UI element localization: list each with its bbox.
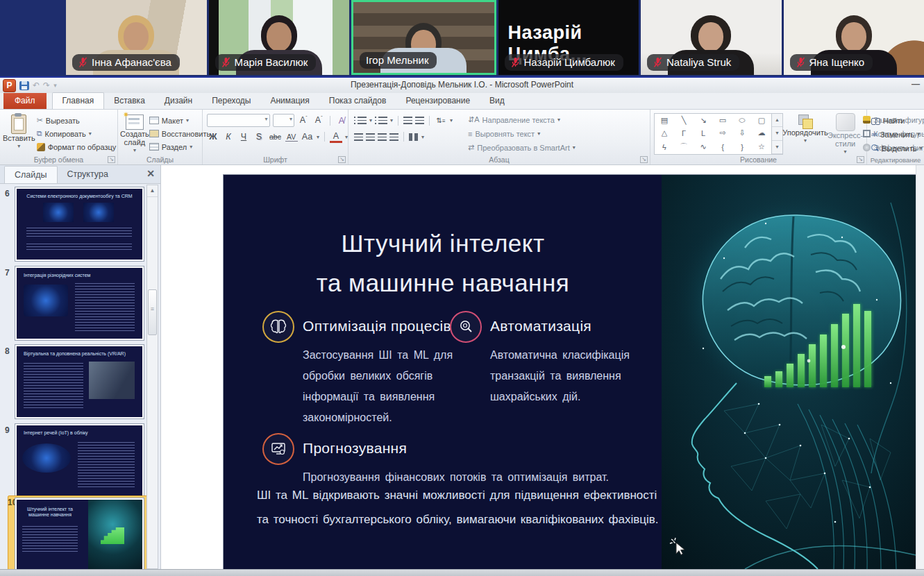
- layout-button[interactable]: Макет▾: [149, 114, 210, 127]
- shape-textbox-icon[interactable]: ▤: [661, 116, 668, 125]
- slide-thumbnail-8[interactable]: 8 Віртуальна та доповнена реальність (VR…: [0, 345, 143, 418]
- editor-scrollbar[interactable]: [916, 165, 924, 569]
- feature-automation[interactable]: Автоматизація Автоматична класифікація т…: [450, 311, 639, 407]
- shape-down-arrow-icon[interactable]: ⇩: [739, 128, 745, 137]
- text-shadow-button[interactable]: S: [253, 132, 265, 142]
- tab-file[interactable]: Файл: [3, 93, 47, 109]
- drawing-dialog-launcher[interactable]: ↘: [857, 156, 864, 163]
- shape-elbow-arrow-icon[interactable]: L: [701, 129, 705, 137]
- minimize-button[interactable]: —: [912, 79, 920, 89]
- convert-to-smartart-button[interactable]: ⇄Преобразовать в SmartArt▾: [468, 141, 576, 154]
- tab-design[interactable]: Дизайн: [155, 93, 202, 109]
- video-tile-yana[interactable]: Яна Іщенко: [784, 0, 924, 75]
- video-tile-maria[interactable]: Марія Василюк: [209, 0, 350, 75]
- scrollbar-thumb[interactable]: [148, 289, 157, 335]
- font-dialog-launcher[interactable]: ↘: [338, 156, 346, 163]
- new-slide-button[interactable]: Создать слайд▾: [120, 112, 149, 155]
- quick-styles-button[interactable]: Экспресс-стили▾: [828, 113, 863, 156]
- align-right-button[interactable]: [378, 133, 387, 141]
- arrange-button[interactable]: Упорядочить▾: [783, 113, 828, 145]
- shapes-scroll-up[interactable]: ▲: [772, 114, 782, 127]
- video-tile-inna[interactable]: Інна Афанас'єва: [66, 0, 207, 75]
- shape-star-icon[interactable]: ☆: [758, 142, 765, 151]
- text-direction-button[interactable]: ⇵AНаправление текста▾: [468, 113, 576, 126]
- shapes-more-button[interactable]: ▼: [772, 141, 782, 154]
- grow-font-button[interactable]: Aˆ: [297, 115, 310, 125]
- tab-slideshow[interactable]: Показ слайдов: [319, 93, 396, 109]
- clipboard-dialog-launcher[interactable]: ↘: [108, 156, 115, 163]
- slide-title[interactable]: Штучний інтелект та машинне навчання: [224, 223, 662, 303]
- shrink-font-button[interactable]: Aˇ: [312, 115, 325, 125]
- bullets-button[interactable]: [358, 117, 367, 124]
- font-color-button[interactable]: А: [330, 131, 342, 143]
- shape-left-brace-icon[interactable]: {: [721, 143, 724, 151]
- underline-button[interactable]: Ч: [237, 132, 250, 142]
- bold-button[interactable]: Ж: [207, 132, 219, 142]
- panel-tabs: Слайды Структура ✕: [0, 165, 160, 184]
- copy-button[interactable]: ⧉Копировать▾: [37, 127, 117, 140]
- shape-rectangle-icon[interactable]: ▭: [719, 116, 726, 125]
- find-button[interactable]: Найти: [871, 114, 924, 127]
- video-tile-nazarii-camera-off[interactable]: Назарій Цимба... Назарій Цимбалюк: [498, 0, 639, 75]
- align-text-button[interactable]: ≡Выровнять текст▾: [468, 127, 576, 140]
- slide-thumbnail-6[interactable]: 6 Системи електронного документообігу та…: [0, 187, 143, 261]
- video-tile-igor-active-speaker[interactable]: Ігор Мельник: [351, 0, 496, 75]
- columns-button[interactable]: [409, 133, 419, 141]
- slide-thumbnail-10-selected[interactable]: 10 Штучний інтелект та машинне навчання: [8, 495, 150, 570]
- slide-thumbnail-7[interactable]: 7 Інтеграція різнорідних систем: [0, 266, 143, 340]
- shape-rounded-rect-icon[interactable]: ▢: [758, 116, 765, 125]
- shapes-gallery-scroll[interactable]: ▲ ▼ ▼: [772, 113, 783, 155]
- cut-button[interactable]: ✂Вырезать: [37, 114, 117, 127]
- character-spacing-button[interactable]: AV: [285, 133, 298, 142]
- italic-button[interactable]: К: [222, 132, 235, 142]
- shape-triangle-icon[interactable]: △: [662, 128, 667, 137]
- panel-tab-slides[interactable]: Слайды: [4, 166, 58, 183]
- format-painter-button[interactable]: Формат по образцу: [37, 140, 117, 153]
- align-left-button[interactable]: [354, 133, 363, 141]
- align-center-button[interactable]: [366, 133, 375, 141]
- replace-button[interactable]: abЗаменить▾: [871, 128, 924, 141]
- scrollbar-up-arrow[interactable]: ▲: [147, 185, 158, 197]
- shape-freeform-icon[interactable]: ϟ: [662, 143, 666, 151]
- shape-block-arrow-icon[interactable]: ⇨: [719, 128, 725, 137]
- tab-insert[interactable]: Вставка: [104, 93, 155, 109]
- decrease-indent-button[interactable]: [403, 117, 412, 124]
- reset-button[interactable]: Восстановить: [149, 127, 210, 140]
- shapes-gallery[interactable]: ▤ ╲ ↘ ▭ ⬭ ▢ △ Γ L ⇨ ⇩ ☁ ϟ: [654, 113, 772, 155]
- feature-optimization[interactable]: Оптимізація процесів Застосування ШІ та …: [262, 311, 451, 428]
- increase-indent-button[interactable]: [415, 117, 424, 124]
- shapes-scroll-down[interactable]: ▼: [772, 127, 782, 140]
- shape-arc-icon[interactable]: ⌒: [680, 142, 688, 152]
- line-spacing-button[interactable]: ⇅≡: [435, 117, 447, 124]
- section-button[interactable]: Раздел▾: [149, 140, 210, 153]
- strikethrough-button[interactable]: abc: [268, 133, 283, 141]
- tab-transitions[interactable]: Переходы: [202, 93, 260, 109]
- panel-scrollbar[interactable]: ▲: [146, 185, 158, 569]
- tab-home[interactable]: Главная: [52, 92, 105, 109]
- panel-close-icon[interactable]: ✕: [146, 168, 155, 179]
- shape-oval-icon[interactable]: ⬭: [739, 116, 745, 125]
- change-case-button[interactable]: Аа: [301, 132, 314, 142]
- video-tile-nataliya[interactable]: Nataliya Struk: [641, 0, 782, 75]
- font-name-combobox[interactable]: [207, 114, 270, 127]
- shape-curve-icon[interactable]: ∿: [700, 142, 706, 151]
- shape-arrow-icon[interactable]: ↘: [700, 116, 706, 125]
- tab-view[interactable]: Вид: [480, 93, 514, 109]
- justify-button[interactable]: [389, 133, 398, 141]
- tab-animations[interactable]: Анимация: [260, 93, 319, 109]
- shape-line-icon[interactable]: ╲: [682, 116, 687, 125]
- paragraph-dialog-launcher[interactable]: ↘: [640, 156, 648, 163]
- shape-elbow-icon[interactable]: Γ: [682, 129, 686, 137]
- shape-right-brace-icon[interactable]: }: [741, 143, 744, 151]
- font-size-combobox[interactable]: [273, 114, 295, 127]
- clear-formatting-button[interactable]: A̸: [335, 116, 348, 126]
- numbering-button[interactable]: [378, 117, 387, 124]
- panel-tab-outline[interactable]: Структура: [58, 166, 118, 183]
- slide-thumbnail-9[interactable]: 9 Інтернет речей (ІоТ) в обліку: [0, 424, 143, 498]
- feature-forecasting[interactable]: Прогнозування Прогнозування фінансових п…: [262, 433, 658, 488]
- select-button[interactable]: Выделить▾: [871, 142, 924, 155]
- shape-cloud-icon[interactable]: ☁: [758, 128, 766, 137]
- slide-footer-text[interactable]: ШІ та ML відкривають значні можливості д…: [257, 483, 663, 532]
- tab-review[interactable]: Рецензирование: [396, 93, 480, 109]
- paste-button[interactable]: Вставить▾: [3, 112, 35, 153]
